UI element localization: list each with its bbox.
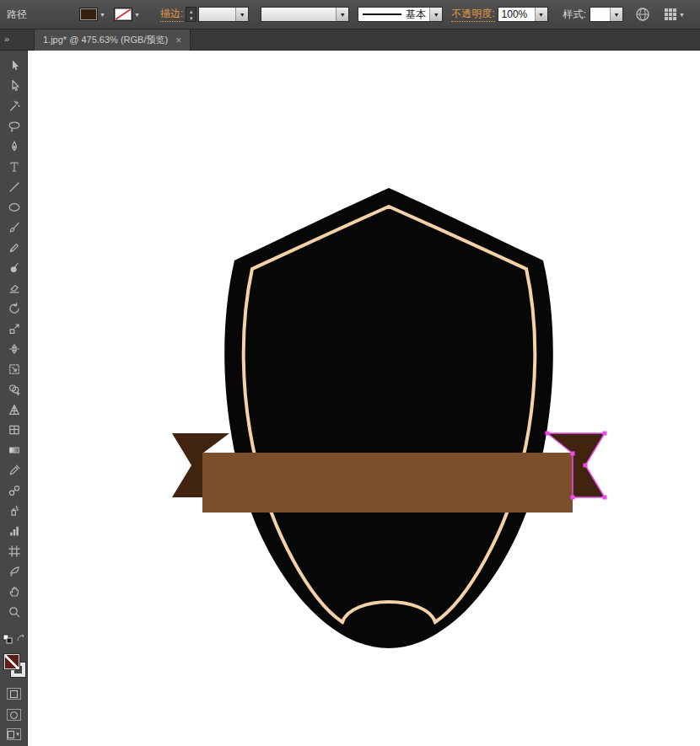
chevron-down-icon[interactable]: ▼: [429, 8, 442, 21]
ellipse-tool[interactable]: [0, 197, 28, 217]
perspective-grid-tool[interactable]: [0, 400, 28, 420]
pencil-tool[interactable]: [0, 238, 28, 258]
lasso-icon: [8, 120, 21, 133]
stroke-preview-icon: [362, 12, 402, 17]
anchor-point[interactable]: [571, 452, 575, 456]
slice-icon: [8, 565, 21, 578]
chevron-down-icon[interactable]: ▼: [610, 8, 622, 21]
document-tab[interactable]: 1.jpg* @ 475.63% (RGB/预览) ×: [34, 30, 191, 51]
anchor-point[interactable]: [584, 464, 588, 468]
perspective-grid-icon: [8, 403, 21, 416]
toolbar-collapse-chevrons[interactable]: »: [4, 34, 8, 44]
default-colors-icon[interactable]: [3, 634, 13, 644]
stepper-up-icon[interactable]: ▲: [189, 8, 194, 15]
gradient-tool[interactable]: [0, 440, 28, 460]
draw-mode-button[interactable]: [7, 709, 21, 721]
stroke-weight-value[interactable]: [199, 8, 235, 21]
opacity-combo[interactable]: 100% ▼: [498, 7, 548, 22]
tab-bar: » 1.jpg* @ 475.63% (RGB/预览) ×: [0, 30, 700, 51]
canvas-area[interactable]: [28, 51, 700, 746]
column-graph-tool[interactable]: [0, 521, 28, 541]
eraser-tool[interactable]: [0, 278, 28, 298]
chevron-down-icon[interactable]: ▼: [336, 8, 348, 21]
scale-tool[interactable]: [0, 319, 28, 339]
type-tool[interactable]: [0, 157, 28, 177]
free-transform-tool[interactable]: [0, 359, 28, 379]
document-tab-title: 1.jpg* @ 475.63% (RGB/预览): [43, 34, 168, 46]
none-slash-icon: [115, 8, 132, 20]
mesh-tool[interactable]: [0, 420, 28, 440]
fill-color-swatch[interactable]: [79, 8, 98, 21]
arrange-documents-icon[interactable]: ▼: [664, 8, 685, 21]
opacity-value[interactable]: 100%: [498, 8, 535, 21]
paintbrush-icon: [8, 221, 21, 234]
column-graph-icon: [8, 524, 21, 538]
chevron-down-icon[interactable]: ▼: [535, 8, 547, 21]
stroke-weight-combo[interactable]: ▼: [198, 7, 249, 22]
eraser-icon: [8, 282, 21, 295]
direct-selection-icon: [8, 79, 21, 93]
opacity-label[interactable]: 不透明度:: [451, 7, 494, 22]
brush-definition-combo[interactable]: 基本 ▼: [358, 7, 443, 22]
shape-builder-tool[interactable]: [0, 379, 28, 400]
hand-tool[interactable]: [0, 582, 28, 602]
selection-icon: [8, 59, 21, 72]
stepper-down-icon[interactable]: ▼: [189, 15, 194, 22]
color-mode-button[interactable]: [7, 688, 21, 700]
width-profile-combo[interactable]: ▼: [261, 7, 349, 22]
stroke-weight-stepper[interactable]: ▲ ▼: [186, 7, 197, 22]
rotate-tool[interactable]: [0, 298, 28, 319]
eyedropper-tool[interactable]: [0, 460, 28, 480]
artboard-tool[interactable]: [0, 541, 28, 561]
screen-mode-icon: [8, 731, 14, 738]
hand-icon: [8, 585, 21, 598]
lasso-tool[interactable]: [0, 116, 28, 137]
tools-panel: ▼: [0, 51, 28, 746]
pen-tool[interactable]: [0, 137, 28, 157]
screen-mode-button[interactable]: ▼: [7, 728, 21, 740]
stroke-color-control[interactable]: ▼: [114, 8, 140, 21]
stroke-weight-label[interactable]: 描边:: [160, 7, 183, 22]
anchor-point[interactable]: [571, 496, 575, 500]
globe-icon[interactable]: [635, 7, 650, 22]
anchor-point[interactable]: [603, 432, 607, 436]
type-icon: [8, 160, 21, 174]
fill-color-control[interactable]: ▼: [79, 8, 105, 21]
zoom-tool[interactable]: [0, 602, 28, 622]
pencil-icon: [8, 241, 21, 255]
rotate-icon: [8, 302, 21, 315]
eyedropper-icon: [8, 464, 21, 477]
width-profile-value[interactable]: [261, 8, 336, 21]
width-tool[interactable]: [0, 339, 28, 359]
line-segment-tool[interactable]: [0, 177, 28, 197]
blob-brush-tool[interactable]: [0, 258, 28, 278]
symbol-sprayer-tool[interactable]: [0, 501, 28, 521]
style-label: 样式:: [563, 8, 586, 22]
free-transform-icon: [8, 362, 21, 376]
magic-wand-tool[interactable]: [0, 96, 28, 116]
artboard[interactable]: [28, 51, 700, 746]
ribbon-banner[interactable]: [202, 453, 573, 513]
paintbrush-tool[interactable]: [0, 217, 28, 238]
style-value[interactable]: [590, 8, 610, 21]
fill-indicator-swatch[interactable]: [4, 654, 19, 669]
ellipse-icon: [8, 201, 21, 214]
anchor-point[interactable]: [546, 432, 550, 436]
draw-mode-icon: [10, 711, 18, 719]
chevron-down-icon: ▼: [134, 12, 140, 18]
chevron-down-icon[interactable]: ▼: [235, 8, 248, 21]
magic-wand-icon: [8, 99, 21, 113]
slice-tool[interactable]: [0, 561, 28, 582]
anchor-point[interactable]: [603, 496, 607, 500]
fill-stroke-indicator[interactable]: [0, 652, 28, 684]
selection-tool[interactable]: [0, 56, 28, 76]
object-type-label: 路径: [7, 8, 27, 22]
stroke-none-swatch[interactable]: [114, 8, 132, 21]
style-combo[interactable]: ▼: [590, 7, 623, 22]
brush-definition-value: 基本: [406, 8, 426, 22]
close-icon[interactable]: ×: [175, 35, 181, 46]
blend-tool[interactable]: [0, 480, 28, 501]
direct-selection-tool[interactable]: [0, 76, 28, 96]
swap-colors-icon[interactable]: [16, 634, 25, 643]
pen-icon: [8, 140, 21, 153]
